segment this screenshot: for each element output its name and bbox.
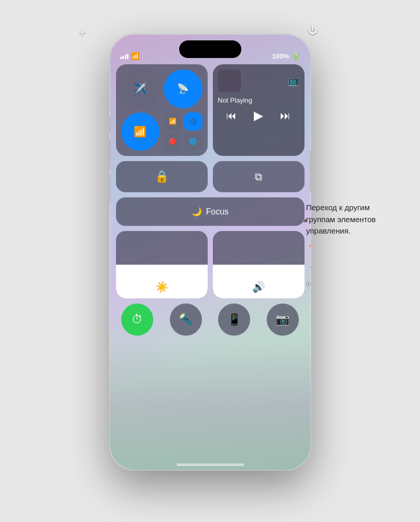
now-playing-text: Not Playing xyxy=(218,96,299,104)
rewind-button[interactable]: ⏮ xyxy=(226,110,237,122)
camera-button[interactable]: 📷 xyxy=(267,303,299,336)
heart-icon: ♥ xyxy=(309,242,311,250)
slider-side-icons: ♥ ♪ ((•)) xyxy=(306,231,311,298)
bar3 xyxy=(125,55,126,59)
add-widget-button[interactable]: + xyxy=(79,25,86,39)
flashlight-button[interactable]: 🔦 xyxy=(170,303,202,336)
cell-icon: 📶 xyxy=(169,118,177,125)
album-art xyxy=(218,69,241,92)
battery-percent: 100% xyxy=(272,52,289,60)
power-button[interactable] xyxy=(310,151,311,192)
screen-lock-button[interactable]: 🔒 xyxy=(116,161,208,192)
hotspot-button[interactable]: 📡 xyxy=(164,69,202,108)
volume-slider[interactable]: 🔊 xyxy=(213,231,305,298)
camera-icon: 📷 xyxy=(276,313,289,326)
media-controls: ⏮ ▶ ⏭ xyxy=(218,108,299,123)
airdrop-button[interactable]: 🔴 xyxy=(164,133,182,151)
status-left: 📶 xyxy=(120,52,140,60)
globe-button[interactable]: 🌐 xyxy=(184,133,202,151)
annotation-dot xyxy=(304,219,307,222)
screen-mirror-icon: ⧉ xyxy=(255,171,262,183)
hotspot-icon: 📡 xyxy=(177,83,189,94)
annotation-line xyxy=(255,222,307,222)
brightness-slider[interactable]: ☀️ xyxy=(116,231,208,298)
wifi-status-icon: 📶 xyxy=(131,52,139,60)
airplane-mode-button[interactable]: ✈️ xyxy=(121,69,160,108)
cell-button[interactable]: 📶 xyxy=(164,112,182,130)
sliders-row: ☀️ 🔊 xyxy=(116,231,305,298)
battery-icon: 🔋 xyxy=(292,52,300,60)
bar2 xyxy=(122,56,124,59)
volume-down-button[interactable] xyxy=(109,174,110,202)
power-icon-button[interactable]: ⏻ xyxy=(308,25,317,36)
connectivity-block: ✈️ 📡 📶 📶 xyxy=(116,64,208,156)
globe-icon: 🌐 xyxy=(189,138,197,145)
lock-mirror-row: 🔒 ⧉ xyxy=(116,161,305,192)
phone-bg-blur xyxy=(110,341,311,470)
sub-controls: 📶 🔵 🔴 🌐 xyxy=(164,112,202,151)
brightness-icon: ☀️ xyxy=(155,281,168,293)
play-button[interactable]: ▶ xyxy=(254,108,263,123)
wifi-icon: 📶 xyxy=(134,125,147,138)
remote-icon: 📱 xyxy=(227,313,241,326)
timer-button[interactable]: ⏱ xyxy=(121,303,153,336)
airplane-icon: ✈️ xyxy=(134,82,147,95)
volume-up-button[interactable] xyxy=(109,140,110,169)
volume-icon: 🔊 xyxy=(252,281,265,293)
media-top: 📺 xyxy=(218,69,299,92)
wifi-button[interactable]: 📶 xyxy=(121,112,160,151)
screen-mirror-button[interactable]: ⧉ xyxy=(213,161,305,192)
flashlight-icon: 🔦 xyxy=(179,313,193,326)
home-indicator[interactable] xyxy=(177,463,244,466)
music-note-icon: ♪ xyxy=(309,262,311,269)
airplay-icon[interactable]: 📺 xyxy=(288,75,299,86)
timer-icon: ⏱ xyxy=(132,313,143,326)
bar1 xyxy=(120,57,122,59)
dynamic-island xyxy=(179,40,241,58)
signal-waves-icon: ((•)) xyxy=(306,281,311,287)
bluetooth-button[interactable]: 🔵 xyxy=(184,112,202,130)
remote-button[interactable]: 📱 xyxy=(218,303,250,336)
media-player-block: 📺 Not Playing ⏮ ▶ ⏭ xyxy=(213,64,305,156)
bar4 xyxy=(127,54,128,59)
signal-bars xyxy=(120,53,129,59)
phone-frame: 📶 100% 🔋 ✈️ 📡 xyxy=(109,34,311,471)
fast-forward-button[interactable]: ⏭ xyxy=(280,110,291,122)
annotation-text: Переход к другим группам элементов управ… xyxy=(306,202,410,237)
phone-wrapper: Переход к другим группам элементов управ… xyxy=(0,0,420,522)
moon-icon: 🌙 xyxy=(192,207,202,216)
sliders-area: ☀️ 🔊 ♥ ♪ ((•)) xyxy=(116,231,305,298)
bluetooth-icon: 🔵 xyxy=(189,118,197,125)
status-right: 100% 🔋 xyxy=(272,52,300,60)
lock-rotation-icon: 🔒 xyxy=(155,170,169,183)
mute-button[interactable] xyxy=(109,117,110,133)
bottom-controls-row: ⏱ 🔦 📱 📷 xyxy=(116,303,305,336)
connectivity-media-row: ✈️ 📡 📶 📶 xyxy=(116,64,305,156)
focus-label: Focus xyxy=(206,207,229,216)
airdrop-icon: 🔴 xyxy=(169,138,177,145)
